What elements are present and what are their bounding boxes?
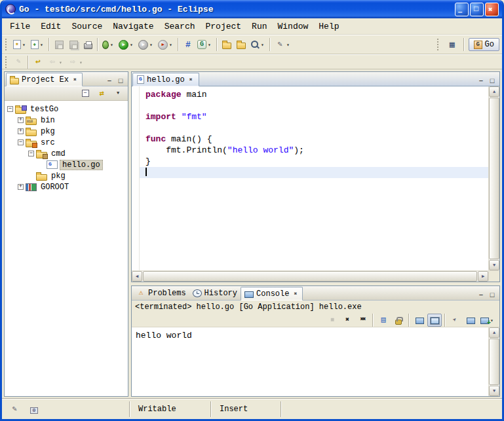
dropdown-arrow-icon[interactable] [21,40,27,49]
tree-item-pkg[interactable]: pkg [5,126,128,137]
scroll-left-icon[interactable] [132,271,142,282]
close-button[interactable] [485,3,499,16]
annotation-ruler[interactable] [132,86,140,270]
scrollbar-thumb[interactable] [489,339,499,385]
save-button[interactable] [52,37,66,52]
tree-item-testgo[interactable]: testGo [5,103,128,115]
dropdown-arrow-icon[interactable] [285,40,291,49]
open-project-button[interactable] [234,37,248,52]
tab-console[interactable]: Console [241,287,303,301]
panel-maximize-icon[interactable] [488,77,497,86]
debug-button[interactable] [100,37,117,52]
tree-item-cmd[interactable]: cmd [5,148,128,159]
mark-occurrences-button[interactable] [273,37,293,52]
clear-console-button[interactable] [376,314,391,327]
console-output[interactable]: hello world [132,327,488,396]
panel-maximize-icon[interactable] [488,291,497,300]
go-perspective-button[interactable]: Go [469,38,499,51]
menu-item-source[interactable]: Source [66,20,107,33]
expander-plus-icon[interactable] [18,184,24,190]
menu-item-search[interactable]: Search [159,20,201,33]
tree-item-goroot[interactable]: GOROOT [5,181,128,192]
open-resource-button[interactable] [220,37,234,52]
title-bar[interactable]: Go - testGo/src/cmd/hello.go - Eclipse [2,0,502,18]
expander-minus-icon[interactable] [7,106,13,112]
panel-minimize-icon[interactable] [105,77,114,86]
open-perspective-button[interactable] [445,37,459,52]
close-icon[interactable] [292,290,299,297]
run-button[interactable] [117,37,136,52]
dropdown-arrow-icon[interactable] [206,40,212,49]
menu-item-edit[interactable]: Edit [35,20,66,33]
dropdown-arrow-icon[interactable] [148,40,154,49]
show-console-on-error-button[interactable] [427,314,442,327]
external-tools-button[interactable] [156,37,176,52]
open-console-button[interactable] [478,314,497,327]
scrollbar-thumb[interactable] [489,98,499,259]
tab-problems[interactable]: Problems [133,286,189,300]
dropdown-arrow-icon[interactable] [168,40,174,49]
go-test-button[interactable] [181,37,195,52]
project-tree[interactable]: testGobinpkgsrccmdhello.gopkgGOROOT [5,101,128,396]
menu-item-window[interactable]: Window [273,20,314,33]
tab-hello-go[interactable]: hello.go [132,73,199,86]
expander-plus-icon[interactable] [18,117,24,123]
pin-editor-button[interactable] [11,56,26,69]
panel-minimize-icon[interactable] [476,77,486,86]
code-area[interactable]: package mainimport "fmt"func main() { fm… [140,86,488,270]
scroll-up-icon[interactable] [489,86,499,97]
save-all-button[interactable] [66,37,81,52]
remove-all-launches-button[interactable] [355,314,370,327]
panel-minimize-icon[interactable] [476,291,486,300]
search-button[interactable] [248,37,267,52]
toolbar-grip[interactable] [5,39,9,50]
menu-item-project[interactable]: Project [200,20,246,33]
scroll-down-icon[interactable] [489,386,499,396]
tree-item-bin[interactable]: bin [5,115,128,126]
terminate-button[interactable] [325,314,339,327]
panel-maximize-icon[interactable] [116,77,125,86]
dropdown-arrow-icon[interactable] [78,58,84,67]
close-icon[interactable] [187,76,195,83]
print-button[interactable] [81,37,95,52]
dropdown-arrow-icon[interactable] [260,40,265,49]
menu-item-navigate[interactable]: Navigate [107,20,159,33]
fast-view-button[interactable] [7,402,22,416]
link-with-editor-button[interactable] [94,87,109,100]
menu-item-run[interactable]: Run [246,20,272,33]
toolbar-grip[interactable] [437,39,440,50]
show-console-on-output-button[interactable] [412,314,427,327]
menu-item-file[interactable]: File [5,20,35,33]
go-build-button[interactable] [195,37,214,52]
scrollbar-thumb[interactable] [143,271,477,282]
maximize-button[interactable] [470,3,484,16]
editor-horizontal-scrollbar[interactable] [132,270,488,282]
tree-item-src[interactable]: src [5,137,128,148]
expander-minus-icon[interactable] [18,139,24,145]
dropdown-arrow-icon[interactable] [109,40,115,49]
forward-button[interactable] [66,56,86,69]
console-vertical-scrollbar[interactable] [488,327,499,396]
expander-minus-icon[interactable] [28,151,34,156]
plugin-status-button[interactable] [27,402,41,416]
menu-item-help[interactable]: Help [313,20,344,33]
dropdown-arrow-icon[interactable] [128,40,134,49]
dropdown-arrow-icon[interactable] [58,58,64,67]
collapse-all-button[interactable] [78,87,92,100]
last-edit-location-button[interactable] [31,56,45,69]
editor-vertical-scrollbar[interactable] [488,86,499,270]
scroll-right-icon[interactable] [478,271,488,282]
run-history-button[interactable] [136,37,156,52]
scroll-down-icon[interactable] [489,260,499,270]
tree-item-hello-go[interactable]: hello.go [5,159,128,170]
tree-item-pkg[interactable]: pkg [5,170,128,181]
new-go-element-button[interactable] [29,37,47,52]
view-menu-button[interactable] [111,87,125,100]
scroll-up-icon[interactable] [489,327,499,338]
new-wizard-button[interactable] [11,37,29,52]
pin-console-button[interactable] [448,314,463,327]
tab-project-explorer[interactable]: Project Ex [6,73,83,86]
display-selected-console-button[interactable] [463,314,478,327]
back-button[interactable] [45,56,66,69]
dropdown-arrow-icon[interactable] [39,40,45,49]
